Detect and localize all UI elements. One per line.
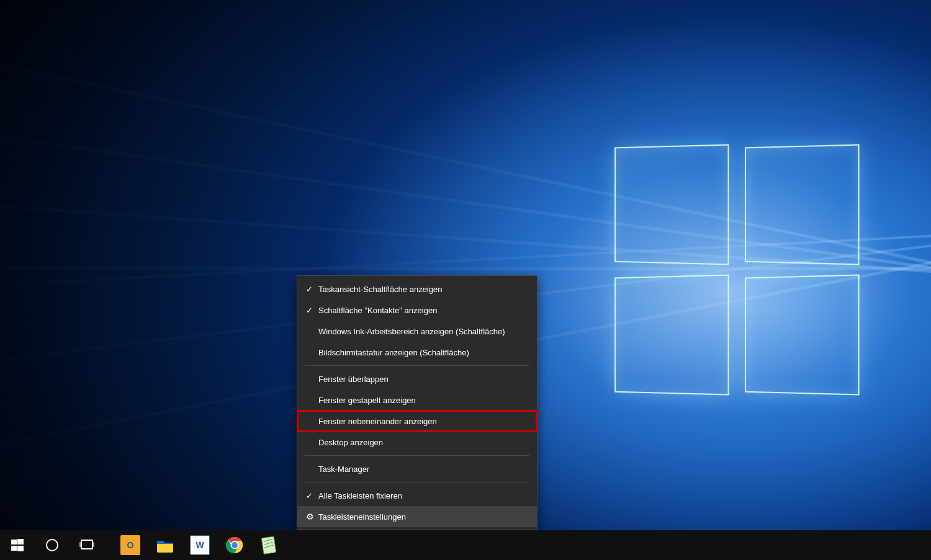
ctx-item-label: Windows Ink-Arbeitsbereich anzeigen (Sch… bbox=[318, 327, 528, 336]
outlook-icon: O bbox=[120, 535, 140, 555]
taskbar-pinned-file-explorer[interactable] bbox=[148, 530, 182, 560]
ctx-item-label: Task-Manager bbox=[318, 464, 528, 474]
taskbar-pinned-word[interactable]: W bbox=[182, 530, 217, 560]
svg-rect-5 bbox=[81, 540, 92, 549]
ctx-item-label: Desktop anzeigen bbox=[318, 438, 528, 447]
taskbar-pinned-notepadpp[interactable] bbox=[252, 530, 287, 560]
ctx-item-cascade-windows[interactable]: Fenster überlappen bbox=[297, 368, 537, 389]
ctx-item-label: Bildschirmtastatur anzeigen (Schaltfläch… bbox=[318, 348, 528, 357]
windows-logo-pane-bl bbox=[614, 275, 729, 396]
svg-point-4 bbox=[47, 540, 58, 551]
chrome-icon bbox=[226, 536, 243, 554]
circle-icon bbox=[45, 538, 59, 552]
ctx-item-label: Fenster überlappen bbox=[318, 375, 528, 384]
ctx-item-label: Alle Taskleisten fixieren bbox=[318, 491, 528, 500]
word-icon: W bbox=[190, 535, 210, 555]
svg-rect-11 bbox=[261, 536, 276, 554]
svg-rect-0 bbox=[11, 540, 17, 544]
windows-logo-pane-tl bbox=[614, 144, 729, 265]
ctx-item-show-desktop[interactable]: Desktop anzeigen bbox=[297, 432, 537, 453]
svg-rect-2 bbox=[11, 546, 17, 551]
ctx-item-label: Taskansicht-Schaltfläche anzeigen bbox=[318, 285, 528, 294]
svg-rect-7 bbox=[92, 542, 94, 547]
ctx-item-taskbar-settings[interactable]: ⚙ Taskleisteneinstellungen bbox=[297, 506, 537, 527]
check-icon: ✓ bbox=[306, 285, 318, 294]
ctx-item-touch-keyboard[interactable]: Bildschirmtastatur anzeigen (Schaltfläch… bbox=[297, 342, 537, 363]
ctx-item-task-manager[interactable]: Task-Manager bbox=[297, 458, 537, 479]
svg-rect-3 bbox=[17, 546, 24, 551]
check-icon: ✓ bbox=[306, 306, 318, 315]
check-icon: ✓ bbox=[306, 491, 318, 500]
gear-icon: ⚙ bbox=[306, 512, 318, 522]
ctx-item-side-by-side-windows[interactable]: Fenster nebeneinander anzeigen bbox=[297, 411, 537, 432]
ctx-item-ink-workspace[interactable]: Windows Ink-Arbeitsbereich anzeigen (Sch… bbox=[297, 321, 537, 342]
ctx-item-stack-windows[interactable]: Fenster gestapelt anzeigen bbox=[297, 389, 537, 411]
taskbar-pinned-outlook[interactable]: O bbox=[113, 530, 148, 560]
ctx-separator bbox=[305, 455, 529, 456]
notepad-icon bbox=[261, 536, 278, 554]
folder-icon bbox=[156, 537, 174, 553]
ctx-separator bbox=[305, 482, 529, 482]
start-button[interactable] bbox=[0, 530, 35, 560]
cortana-button[interactable] bbox=[35, 530, 70, 560]
ctx-item-label: Fenster gestapelt anzeigen bbox=[318, 396, 528, 405]
windows-logo-icon bbox=[11, 539, 24, 551]
windows-logo-pane-br bbox=[745, 275, 859, 396]
task-view-button[interactable] bbox=[70, 530, 104, 560]
ctx-item-taskview-button[interactable]: ✓ Taskansicht-Schaltfläche anzeigen bbox=[297, 278, 537, 300]
task-view-icon bbox=[79, 539, 94, 551]
ctx-item-contacts-button[interactable]: ✓ Schaltfläche "Kontakte" anzeigen bbox=[297, 300, 537, 321]
ctx-item-label: Schaltfläche "Kontakte" anzeigen bbox=[318, 306, 528, 315]
ctx-item-label: Fenster nebeneinander anzeigen bbox=[318, 417, 528, 426]
windows-logo-pane-tr bbox=[745, 144, 859, 265]
ctx-item-label: Taskleisteneinstellungen bbox=[318, 512, 528, 522]
svg-point-10 bbox=[232, 542, 238, 548]
ctx-separator bbox=[305, 365, 529, 366]
taskbar-pinned-chrome[interactable] bbox=[217, 530, 252, 560]
taskbar-context-menu: ✓ Taskansicht-Schaltfläche anzeigen ✓ Sc… bbox=[297, 275, 537, 530]
ctx-item-lock-taskbars[interactable]: ✓ Alle Taskleisten fixieren bbox=[297, 485, 537, 506]
taskbar[interactable]: O W bbox=[0, 530, 931, 560]
svg-rect-1 bbox=[17, 539, 24, 544]
svg-rect-6 bbox=[79, 542, 81, 547]
